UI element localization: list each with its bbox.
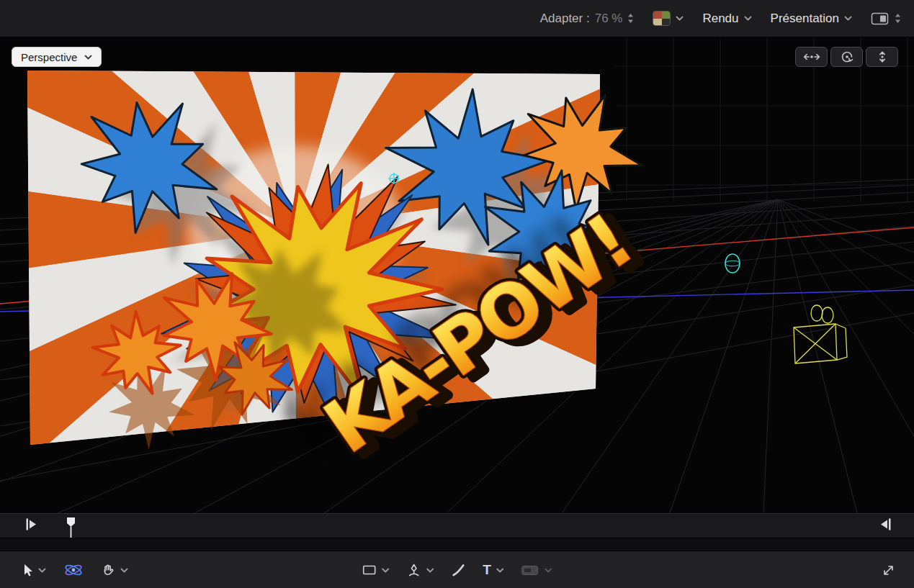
3d-orbit-icon xyxy=(63,562,84,578)
transform-3d-tool-selected[interactable] xyxy=(63,562,84,578)
camera-view-chevron-icon xyxy=(84,55,92,60)
canvas-viewport[interactable]: KA-POW! KA-POW! KA-POW! KA-POW! xyxy=(0,37,914,513)
play-range-in-marker[interactable] xyxy=(26,518,37,531)
pan-view-button[interactable] xyxy=(795,47,828,67)
pen-nib-icon xyxy=(406,563,421,577)
3d-view-tools xyxy=(795,47,898,67)
presentation-chevron-icon xyxy=(844,16,852,21)
bottom-toolbar: T xyxy=(0,551,914,588)
zoom-fit-label: Adapter : xyxy=(540,12,590,26)
color-swatch-control[interactable] xyxy=(653,11,684,26)
orbit-view-button[interactable] xyxy=(830,47,863,67)
pan-arrows-icon xyxy=(802,51,821,63)
zoom-fit-control[interactable]: Adapter : 76 % xyxy=(540,12,635,26)
toolbar-center-tools: T xyxy=(362,551,570,588)
play-range-out-marker[interactable] xyxy=(879,518,891,531)
render-chevron-icon xyxy=(744,16,752,21)
mask-pill-icon xyxy=(521,564,539,576)
pan-hand-tool[interactable] xyxy=(101,563,115,577)
presentation-menu-label: Présentation xyxy=(771,12,839,26)
canvas-area[interactable]: KA-POW! KA-POW! KA-POW! KA-POW! Perspect… xyxy=(0,37,914,513)
bezier-pen-tool[interactable] xyxy=(406,563,421,577)
hand-icon xyxy=(101,563,115,577)
toolbar-left-tools xyxy=(22,551,145,588)
shape-tool-chevron-icon[interactable] xyxy=(381,568,389,573)
text-tool[interactable]: T xyxy=(483,562,491,578)
presentation-menu[interactable]: Présentation xyxy=(771,12,852,26)
paintbrush-icon xyxy=(451,563,465,577)
zoom-fit-value: 76 % xyxy=(595,12,623,26)
expand-view-button[interactable] xyxy=(882,564,895,577)
select-arrow-tool[interactable] xyxy=(22,564,33,577)
pan-tool-chevron-icon[interactable] xyxy=(120,568,128,573)
render-menu-label: Rendu xyxy=(702,12,738,26)
display-stepper-icon[interactable] xyxy=(895,13,901,24)
gradient-swatch[interactable] xyxy=(653,11,671,26)
gradient-swatch-preview xyxy=(653,12,670,25)
text-tool-chevron-icon[interactable] xyxy=(496,568,504,573)
timeline-scroll-track[interactable] xyxy=(0,538,914,552)
display-layout-control[interactable] xyxy=(871,12,901,25)
timeline-strip[interactable] xyxy=(0,513,914,551)
sphere-manipulator[interactable] xyxy=(725,254,740,273)
top-toolbar: Adapter : 76 % Rendu Présentation xyxy=(0,0,914,37)
rectangle-icon xyxy=(362,564,376,576)
render-menu[interactable]: Rendu xyxy=(702,12,751,26)
swatch-chevron-icon[interactable] xyxy=(676,16,684,21)
camera-view-label: Perspective xyxy=(21,51,77,63)
camera-view-menu[interactable]: Perspective xyxy=(12,47,102,67)
expand-arrows-icon xyxy=(882,564,895,577)
shape-rectangle-tool[interactable] xyxy=(362,564,376,576)
text-tool-glyph: T xyxy=(483,562,491,578)
toolbar-right-tools xyxy=(882,551,895,588)
dolly-view-button[interactable] xyxy=(866,47,898,67)
select-tool-chevron-icon[interactable] xyxy=(38,568,46,573)
mask-tool-disabled xyxy=(521,564,539,576)
orbit-arrow-icon xyxy=(840,50,854,63)
mask-tool-chevron-icon xyxy=(545,568,552,573)
display-window-icon[interactable] xyxy=(871,12,890,25)
dolly-arrows-icon xyxy=(877,50,888,63)
paint-stroke-tool[interactable] xyxy=(451,563,465,577)
arrow-cursor-icon xyxy=(22,564,33,577)
comic-artwork-layer[interactable] xyxy=(0,37,866,513)
bezier-tool-chevron-icon[interactable] xyxy=(426,568,434,573)
zoom-stepper-icon[interactable] xyxy=(627,13,634,24)
motion-app-window: Adapter : 76 % Rendu Présentation xyxy=(0,0,914,588)
camera-object-wireframe[interactable] xyxy=(794,305,847,363)
